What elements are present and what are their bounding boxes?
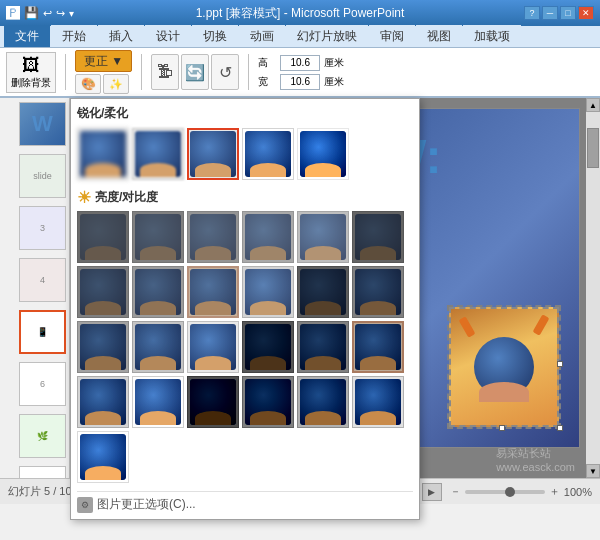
zoom-level: 100%	[564, 486, 592, 498]
slide-thumb-2[interactable]: slide	[19, 154, 66, 198]
b-3-1[interactable]	[297, 321, 349, 373]
b-2-1[interactable]	[352, 266, 404, 318]
zoom-bar: － ＋ 100%	[450, 484, 592, 499]
slide-2-container: 2 slide	[3, 154, 66, 202]
b-3-0[interactable]	[242, 321, 294, 373]
slide-8-container: 8 8	[3, 466, 66, 478]
view-slideshow-btn[interactable]: ▶	[422, 483, 442, 501]
tab-slideshow[interactable]: 幻灯片放映	[286, 25, 368, 47]
tab-insert[interactable]: 插入	[98, 25, 144, 47]
close-button[interactable]: ✕	[578, 6, 594, 20]
b-1-4[interactable]	[242, 266, 294, 318]
b-1-1[interactable]	[77, 266, 129, 318]
b-2-2[interactable]	[77, 321, 129, 373]
correction-button[interactable]: 更正 ▼	[75, 50, 132, 72]
slide-thumb-7[interactable]: 🌿	[19, 414, 66, 458]
slide-6-container: 6 6	[3, 362, 66, 410]
b-0-4[interactable]	[297, 211, 349, 263]
sharpen-4[interactable]	[297, 128, 349, 180]
scroll-down-arrow[interactable]: ▼	[586, 464, 600, 478]
delete-bg-button[interactable]: 🖼 删除背景	[6, 52, 56, 93]
b-4-4[interactable]	[77, 431, 129, 483]
minimize-button[interactable]: ─	[542, 6, 558, 20]
tab-transitions[interactable]: 切换	[192, 25, 238, 47]
undo-icon[interactable]: ↩	[43, 7, 52, 20]
options-icon: ⚙	[77, 497, 93, 513]
width-unit: 厘米	[324, 75, 344, 89]
app-icon: 🅿	[6, 5, 20, 21]
tab-addins[interactable]: 加载项	[463, 25, 521, 47]
sharpen-grid	[77, 128, 413, 180]
content-area: 锐化/柔化 ☀	[70, 98, 600, 478]
tab-design[interactable]: 设计	[145, 25, 191, 47]
b-2-0[interactable]	[297, 266, 349, 318]
height-unit: 厘米	[324, 56, 344, 70]
watermark-line1: 易采站长站	[496, 446, 575, 461]
b-0-3[interactable]	[242, 211, 294, 263]
zoom-in-btn[interactable]: ＋	[549, 484, 560, 499]
tab-animations[interactable]: 动画	[239, 25, 285, 47]
slide-thumb-6[interactable]: 6	[19, 362, 66, 406]
tab-view[interactable]: 视图	[416, 25, 462, 47]
size-group: 高 厘米 宽 厘米	[258, 55, 344, 90]
sharpen-2[interactable]	[187, 128, 239, 180]
tab-home[interactable]: 开始	[51, 25, 97, 47]
color-button[interactable]: 🎨	[75, 74, 101, 94]
change-img-button[interactable]: 🔄	[181, 54, 209, 90]
customize-icon[interactable]: ▾	[69, 8, 74, 19]
b-3-2[interactable]	[352, 321, 404, 373]
zoom-out-btn[interactable]: －	[450, 484, 461, 499]
title-bar-controls: ? ─ □ ✕	[524, 6, 594, 20]
watermark-line2: www.easck.com	[496, 461, 575, 473]
slide-thumb-8[interactable]: 8	[19, 466, 66, 478]
b-1-2[interactable]	[132, 266, 184, 318]
vertical-scrollbar: ▲ ▼	[586, 98, 600, 478]
b-4-0[interactable]	[187, 376, 239, 428]
b-4-3[interactable]	[352, 376, 404, 428]
scroll-up-arrow[interactable]: ▲	[586, 98, 600, 112]
art-effects-button[interactable]: ✨	[103, 74, 129, 94]
ribbon-tabs: 文件 开始 插入 设计 切换 动画 幻灯片放映 审阅 视图 加载项	[0, 26, 600, 48]
b-3-4[interactable]	[132, 376, 184, 428]
width-input[interactable]	[280, 74, 320, 90]
b-2-4[interactable]	[187, 321, 239, 373]
scrollbar-thumb[interactable]	[587, 128, 599, 168]
b-0-0[interactable]	[77, 211, 129, 263]
tab-review[interactable]: 审阅	[369, 25, 415, 47]
b-1-3[interactable]	[187, 266, 239, 318]
slide-5-container: 5 📱	[3, 310, 66, 358]
sharpen-1[interactable]	[132, 128, 184, 180]
height-label: 高	[258, 56, 278, 70]
selected-image[interactable]	[449, 307, 559, 427]
tab-file[interactable]: 文件	[4, 25, 50, 47]
maximize-button[interactable]: □	[560, 6, 576, 20]
reset-button[interactable]: ↺	[211, 54, 239, 90]
correction-options-link[interactable]: ⚙ 图片更正选项(C)...	[77, 491, 413, 513]
quick-save-icon[interactable]: 💾	[24, 6, 39, 20]
window-title: 1.ppt [兼容模式] - Microsoft PowerPoint	[0, 5, 600, 22]
slide-4-container: 4 4	[3, 258, 66, 306]
zoom-slider-thumb[interactable]	[505, 487, 515, 497]
slide-3-container: 3 3	[3, 206, 66, 254]
b-0-2[interactable]	[187, 211, 239, 263]
slide-thumb-5[interactable]: 📱	[19, 310, 66, 354]
sharpen-3[interactable]	[242, 128, 294, 180]
b-4-1[interactable]	[242, 376, 294, 428]
redo-icon[interactable]: ↪	[56, 7, 65, 20]
slide-thumb-3[interactable]: 3	[19, 206, 66, 250]
b-3-3[interactable]	[77, 376, 129, 428]
slide-thumb-4[interactable]: 4	[19, 258, 66, 302]
compress-button[interactable]: 🗜	[151, 54, 179, 90]
brightness-grid	[77, 211, 413, 483]
help-button[interactable]: ?	[524, 6, 540, 20]
b-2-3[interactable]	[132, 321, 184, 373]
b-1-0[interactable]	[352, 211, 404, 263]
b-4-2[interactable]	[297, 376, 349, 428]
ribbon-sep-3	[248, 54, 249, 90]
ribbon-sep-2	[141, 54, 142, 90]
slide-thumb-1[interactable]: W	[19, 102, 66, 146]
zoom-slider[interactable]	[465, 490, 545, 494]
height-input[interactable]	[280, 55, 320, 71]
b-0-1[interactable]	[132, 211, 184, 263]
sharpen-0[interactable]	[77, 128, 129, 180]
